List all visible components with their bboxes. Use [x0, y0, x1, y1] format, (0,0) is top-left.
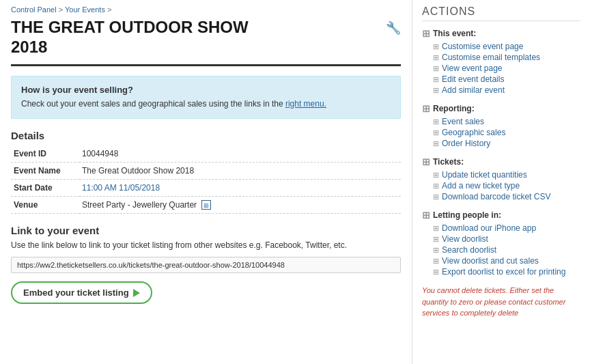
list-item: ⊞Search doorlist [433, 245, 580, 255]
detail-value-event-id: 10044948 [79, 145, 401, 163]
list-bullet-icon: ⊞ [433, 139, 439, 148]
list-item: ⊞Add similar event [433, 85, 580, 95]
detail-label: Venue [11, 196, 79, 214]
detail-value-event-name: The Great Outdoor Show 2018 [79, 162, 401, 179]
section-title-this-event: ⊞ This event: [422, 28, 580, 39]
event-url-box[interactable]: https://ww2.theticketsellers.co.uk/ticke… [11, 257, 401, 273]
bullet-icon: ⊞ [422, 210, 430, 221]
embed-ticket-listing-button[interactable]: Embed your ticket listing [11, 281, 152, 304]
link-description: Use the link below to link to your ticke… [11, 239, 401, 251]
section-title-tickets: ⊞ Tickets: [422, 156, 580, 167]
list-item: ⊞Export doorlist to excel for printing [433, 267, 580, 277]
list-item: ⊞Customise event page [433, 42, 580, 51]
bullet-icon: ⊞ [422, 28, 430, 39]
actions-title: ACTIONS [422, 5, 580, 21]
action-list-tickets: ⊞Update ticket quantities ⊞Add a new tic… [422, 170, 580, 201]
info-box: How is your event selling? Check out you… [11, 76, 401, 119]
list-bullet-icon: ⊞ [433, 171, 439, 180]
export-doorlist-link[interactable]: ⊞Export doorlist to excel for printing [433, 267, 580, 277]
detail-label: Start Date [11, 179, 79, 196]
list-item: ⊞Download barcode ticket CSV [433, 192, 580, 201]
action-section-letting-people-in: ⊞ Letting people in: ⊞Download our iPhon… [422, 210, 580, 277]
breadcrumb: Control Panel > Your Events > [11, 5, 401, 14]
edit-event-details-link[interactable]: ⊞Edit event details [433, 74, 580, 84]
event-sales-link[interactable]: ⊞Event sales [433, 117, 580, 126]
section-title-letting-people-in: ⊞ Letting people in: [422, 210, 580, 221]
link-heading: Link to your event [11, 225, 401, 236]
details-heading: Details [11, 130, 401, 141]
breadcrumb-control-panel[interactable]: Control Panel [11, 5, 57, 14]
geographic-sales-link[interactable]: ⊞Geographic sales [433, 128, 580, 137]
table-row: Event ID 10044948 [11, 145, 401, 163]
list-item: ⊞Geographic sales [433, 128, 580, 137]
table-row: Start Date 11:00 AM 11/05/2018 [11, 179, 401, 196]
customise-event-page-link[interactable]: ⊞Customise event page [433, 42, 580, 51]
detail-label: Event Name [11, 162, 79, 179]
info-box-link[interactable]: right menu. [285, 99, 326, 109]
list-bullet-icon: ⊞ [433, 42, 439, 51]
view-doorlist-cut-sales-link[interactable]: ⊞View doorlist and cut sales [433, 256, 580, 266]
detail-label: Event ID [11, 145, 79, 163]
action-section-reporting: ⊞ Reporting: ⊞Event sales ⊞Geographic sa… [422, 103, 580, 148]
update-ticket-quantities-link[interactable]: ⊞Update ticket quantities [433, 170, 580, 180]
list-bullet-icon: ⊞ [433, 128, 439, 137]
detail-value-start-date: 11:00 AM 11/05/2018 [79, 179, 401, 196]
main-content: Control Panel > Your Events > THE GREAT … [0, 0, 412, 364]
list-bullet-icon: ⊞ [433, 268, 439, 277]
breadcrumb-your-events[interactable]: Your Events [65, 5, 105, 14]
external-link-icon[interactable]: ⊞ [201, 200, 211, 210]
list-bullet-icon: ⊞ [433, 182, 439, 191]
info-box-text: Check out your event sales and geographi… [21, 98, 391, 110]
list-bullet-icon: ⊞ [433, 75, 439, 84]
table-row: Event Name The Great Outdoor Show 2018 [11, 162, 401, 179]
list-item: ⊞View event page [433, 64, 580, 73]
list-item: ⊞View doorlist [433, 234, 580, 244]
list-item: ⊞Event sales [433, 117, 580, 126]
table-row: Venue Street Party - Jewellery Quarter ⊞ [11, 196, 401, 214]
action-section-this-event: ⊞ This event: ⊞Customise event page ⊞Cus… [422, 28, 580, 95]
list-item: ⊞Add a new ticket type [433, 181, 580, 191]
list-item: ⊞Update ticket quantities [433, 170, 580, 180]
bullet-icon: ⊞ [422, 156, 430, 167]
action-list-reporting: ⊞Event sales ⊞Geographic sales ⊞Order Hi… [422, 117, 580, 148]
list-bullet-icon: ⊞ [433, 235, 439, 244]
view-doorlist-link[interactable]: ⊞View doorlist [433, 234, 580, 244]
download-iphone-app-link[interactable]: ⊞Download our iPhone app [433, 223, 580, 233]
download-barcode-ticket-csv-link[interactable]: ⊞Download barcode ticket CSV [433, 192, 580, 201]
list-bullet-icon: ⊞ [433, 86, 439, 95]
list-item: ⊞Download our iPhone app [433, 223, 580, 233]
view-event-page-link[interactable]: ⊞View event page [433, 64, 580, 73]
search-doorlist-link[interactable]: ⊞Search doorlist [433, 245, 580, 255]
customise-email-templates-link[interactable]: ⊞Customise email templates [433, 53, 580, 62]
list-bullet-icon: ⊞ [433, 257, 439, 266]
order-history-link[interactable]: ⊞Order History [433, 139, 580, 148]
list-bullet-icon: ⊞ [433, 193, 439, 201]
add-new-ticket-type-link[interactable]: ⊞Add a new ticket type [433, 181, 580, 191]
action-list-this-event: ⊞Customise event page ⊞Customise email t… [422, 42, 580, 95]
detail-value-venue: Street Party - Jewellery Quarter ⊞ [79, 196, 401, 214]
event-title: THE GREAT OUTDOOR SHOW 2018 [11, 18, 249, 57]
action-list-letting-people-in: ⊞Download our iPhone app ⊞View doorlist … [422, 223, 580, 277]
info-box-title: How is your event selling? [21, 85, 391, 95]
details-table: Event ID 10044948 Event Name The Great O… [11, 145, 401, 214]
delete-note: You cannot delete tickets. Either set th… [422, 285, 580, 319]
list-item: ⊞View doorlist and cut sales [433, 256, 580, 266]
sidebar: ACTIONS ⊞ This event: ⊞Customise event p… [412, 0, 590, 364]
add-similar-event-link[interactable]: ⊞Add similar event [433, 85, 580, 95]
play-arrow-icon [133, 289, 140, 297]
action-section-tickets: ⊞ Tickets: ⊞Update ticket quantities ⊞Ad… [422, 156, 580, 201]
list-bullet-icon: ⊞ [433, 224, 439, 233]
list-item: ⊞Edit event details [433, 74, 580, 84]
section-title-reporting: ⊞ Reporting: [422, 103, 580, 114]
title-divider [11, 64, 401, 66]
wrench-icon[interactable]: 🔧 [386, 20, 401, 36]
list-item: ⊞Customise email templates [433, 53, 580, 62]
embed-button-label: Embed your ticket listing [23, 288, 129, 298]
list-bullet-icon: ⊞ [433, 53, 439, 62]
list-item: ⊞Order History [433, 139, 580, 148]
list-bullet-icon: ⊞ [433, 64, 439, 73]
list-bullet-icon: ⊞ [433, 246, 439, 255]
bullet-icon: ⊞ [422, 103, 430, 114]
list-bullet-icon: ⊞ [433, 117, 439, 126]
